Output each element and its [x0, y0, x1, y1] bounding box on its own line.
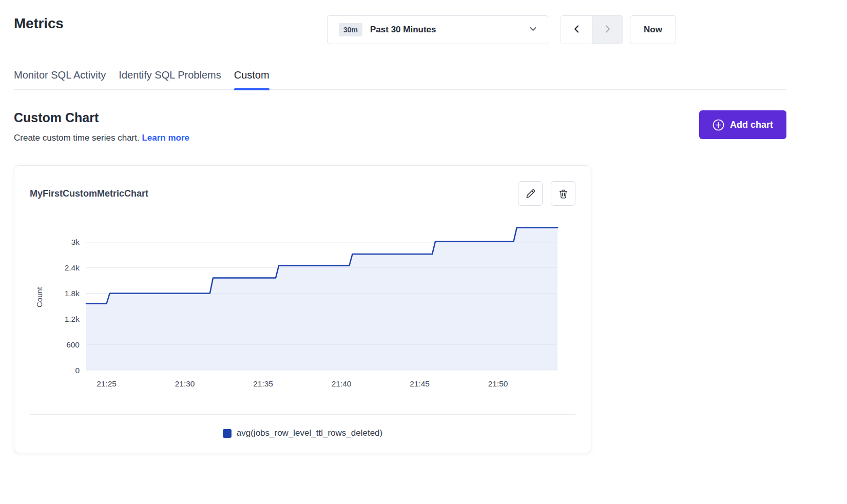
svg-text:600: 600 [66, 340, 80, 349]
now-button[interactable]: Now [630, 15, 676, 44]
chevron-left-icon [572, 24, 582, 35]
svg-text:21:25: 21:25 [97, 379, 117, 388]
next-range-button[interactable] [592, 16, 623, 44]
chart-actions [518, 181, 575, 206]
svg-text:21:35: 21:35 [253, 379, 273, 388]
chart-card-head: MyFirstCustomMetricChart [30, 181, 575, 206]
trash-icon [558, 188, 569, 199]
prev-range-button[interactable] [561, 16, 592, 44]
svg-text:21:40: 21:40 [332, 379, 352, 388]
svg-text:21:45: 21:45 [410, 379, 430, 388]
header: Metrics 30m Past 30 Minutes [14, 15, 786, 55]
legend-swatch [223, 429, 232, 438]
pencil-icon [525, 188, 536, 199]
range-badge: 30m [339, 23, 362, 36]
plus-circle-icon [713, 119, 724, 131]
legend-label: avg(jobs_row_level_ttl_rows_deleted) [237, 428, 382, 438]
svg-text:3k: 3k [71, 238, 80, 246]
chevron-down-icon [529, 25, 537, 35]
description-text: Create custom time series chart. [14, 133, 140, 143]
tab-custom[interactable]: Custom [234, 69, 270, 90]
section-text: Custom Chart Create custom time series c… [14, 110, 189, 143]
svg-text:1.2k: 1.2k [65, 315, 80, 323]
svg-text:21:30: 21:30 [175, 379, 195, 388]
chart-card: MyFirstCustomMetricChart [14, 165, 591, 453]
time-step-buttons [561, 15, 623, 44]
time-controls: 30m Past 30 Minutes Now [327, 15, 676, 44]
chart-title: MyFirstCustomMetricChart [30, 188, 148, 199]
chart-legend: avg(jobs_row_level_ttl_rows_deleted) [30, 428, 575, 443]
legend-divider [30, 414, 575, 415]
svg-text:2.4k: 2.4k [65, 263, 80, 272]
time-range-dropdown[interactable]: 30m Past 30 Minutes [327, 15, 548, 44]
delete-chart-button[interactable] [551, 181, 575, 206]
svg-text:0: 0 [75, 366, 80, 375]
svg-text:1.8k: 1.8k [65, 289, 80, 298]
learn-more-link[interactable]: Learn more [142, 133, 189, 143]
metric-chart: 06001.2k1.8k2.4k3k21:2521:3021:3521:4021… [30, 215, 576, 396]
section-description: Create custom time series chart. Learn m… [14, 133, 189, 143]
metrics-tabs: Monitor SQL Activity Identify SQL Proble… [14, 69, 786, 90]
metrics-page: Metrics 30m Past 30 Minutes [0, 0, 847, 504]
svg-text:Count: Count [35, 286, 44, 307]
add-chart-label: Add chart [730, 120, 773, 130]
add-chart-button[interactable]: Add chart [699, 110, 786, 139]
edit-chart-button[interactable] [518, 181, 543, 206]
svg-text:21:50: 21:50 [488, 379, 508, 388]
custom-chart-section-head: Custom Chart Create custom time series c… [14, 110, 786, 143]
tab-identify-sql-problems[interactable]: Identify SQL Problems [119, 69, 221, 90]
range-label: Past 30 Minutes [370, 25, 521, 35]
chevron-right-icon [603, 24, 612, 35]
tab-monitor-sql-activity[interactable]: Monitor SQL Activity [14, 69, 106, 90]
section-title: Custom Chart [14, 110, 189, 125]
